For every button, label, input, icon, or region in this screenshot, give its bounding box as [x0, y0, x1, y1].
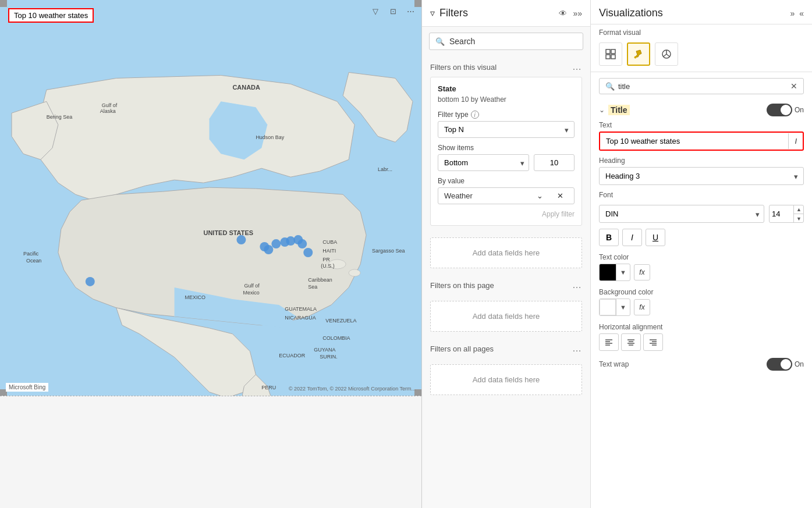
filters-title-row: ▿ Filters — [430, 7, 468, 19]
filters-on-page-section: Filters on this page … — [422, 274, 590, 301]
text-color-picker-row: ▼ fx — [599, 264, 804, 281]
svg-text:Alaska: Alaska — [100, 108, 116, 114]
bg-color-dropdown-icon[interactable]: ▼ — [616, 299, 630, 315]
map-panel: Top 10 weather states ▽ ⊡ ⋯ — [0, 0, 422, 508]
show-items-direction-wrapper[interactable]: Bottom Top — [438, 154, 529, 171]
bold-button[interactable]: B — [599, 229, 619, 246]
viz-panel: Visualizations » « Format visual 🔍 ✕ — [591, 0, 812, 508]
state-filter-card: State bottom 10 by Weather Filter type i… — [430, 77, 582, 226]
filters-on-visual-more[interactable]: … — [572, 62, 582, 72]
h-align-row: Horizontal alignment — [599, 323, 804, 351]
viz-align-btns — [599, 333, 804, 351]
text-color-fx-btn[interactable]: fx — [634, 264, 650, 280]
filters-panel: ▿ Filters 👁 »» 🔍 Filters on this visual … — [422, 0, 591, 508]
viz-font-select-wrapper[interactable]: DIN Arial Segoe UI — [599, 205, 764, 223]
by-value-field: Weather — [438, 188, 531, 204]
viz-search-row[interactable]: 🔍 ✕ — [599, 78, 804, 94]
viz-section-title-row: ⌄ Title — [599, 105, 630, 115]
by-value-wrapper[interactable]: Weather ⌄ ✕ — [438, 187, 575, 204]
viz-section-header: ⌄ Title On — [599, 104, 804, 116]
align-center-btn[interactable] — [621, 333, 641, 351]
viz-format-tab-label: Format visual — [599, 29, 641, 37]
svg-text:Bering Sea: Bering Sea — [47, 114, 72, 120]
viz-heading-select-wrapper[interactable]: Heading 3 Heading 1 Heading 2 Heading 4 — [599, 167, 804, 185]
svg-point-10 — [264, 245, 273, 254]
text-wrap-label: Text wrap — [599, 360, 629, 368]
bg-color-row: Background color ▼ fx — [599, 288, 804, 316]
viz-search-input[interactable] — [618, 82, 787, 91]
viz-collapse-icon[interactable]: « — [799, 9, 804, 18]
apply-filter-btn[interactable]: Apply filter — [438, 210, 575, 218]
viz-text-label: Text — [599, 121, 804, 129]
viz-text-input-row[interactable]: I — [599, 132, 804, 151]
viz-section-chevron-icon[interactable]: ⌄ — [599, 106, 605, 114]
svg-text:Hudson Bay: Hudson Bay — [256, 134, 284, 140]
underline-button[interactable]: U — [646, 229, 665, 246]
more-options-icon[interactable]: ⋯ — [404, 5, 417, 17]
viz-font-select[interactable]: DIN Arial Segoe UI — [599, 205, 764, 223]
by-value-chevron-icon[interactable]: ⌄ — [531, 188, 549, 204]
viz-font-label: Font — [599, 191, 804, 199]
italic-button[interactable]: I — [622, 229, 642, 246]
bg-color-fx-btn[interactable]: fx — [634, 299, 650, 315]
eye-icon[interactable]: 👁 — [559, 9, 567, 18]
by-value-clear-icon[interactable]: ✕ — [551, 188, 569, 204]
font-size-up-icon[interactable]: ▲ — [794, 205, 804, 214]
add-fields-visual[interactable]: Add data fields here — [430, 237, 582, 268]
font-size-down-icon[interactable]: ▼ — [794, 214, 804, 223]
viz-heading-label: Heading — [599, 157, 804, 165]
show-items-count-input[interactable] — [534, 154, 575, 171]
svg-point-12 — [86, 277, 95, 286]
filter-type-select-wrapper[interactable]: Top N — [438, 121, 575, 138]
filter-search-box[interactable]: 🔍 — [429, 33, 583, 50]
svg-text:SURIN.: SURIN. — [320, 354, 337, 360]
svg-point-47 — [634, 56, 637, 59]
viz-font-size-wrapper[interactable]: ▲ ▼ — [769, 205, 804, 223]
align-right-btn[interactable] — [643, 333, 663, 351]
expand-icon[interactable]: ⊡ — [387, 5, 399, 17]
svg-rect-46 — [611, 55, 615, 59]
text-color-swatch-wrapper[interactable]: ▼ — [599, 264, 630, 281]
filters-on-all-header: Filters on all pages … — [430, 343, 582, 354]
viz-search-clear-icon[interactable]: ✕ — [790, 81, 797, 91]
viz-grid-btn[interactable] — [599, 42, 622, 66]
viz-heading-select[interactable]: Heading 3 Heading 1 Heading 2 Heading 4 — [599, 167, 804, 185]
show-items-direction-select[interactable]: Bottom Top — [438, 154, 529, 171]
svg-text:MEXICO: MEXICO — [185, 294, 205, 300]
text-color-dropdown-icon[interactable]: ▼ — [616, 264, 630, 280]
filter-icon[interactable]: ▽ — [369, 5, 382, 17]
resize-handle-tl[interactable] — [0, 0, 7, 7]
expand-filters-icon[interactable]: »» — [573, 9, 582, 18]
add-fields-page[interactable]: Add data fields here — [430, 301, 582, 332]
svg-point-11 — [303, 248, 313, 257]
bing-logo: Microsoft Bing — [6, 383, 48, 392]
viz-expand-icon[interactable]: » — [790, 9, 795, 18]
viz-chart-btn[interactable] — [655, 42, 678, 66]
text-color-swatch[interactable] — [600, 264, 616, 280]
viz-text-field-row: Text I — [599, 121, 804, 151]
viz-font-size-stepper[interactable]: ▲ ▼ — [793, 205, 804, 223]
filter-type-select[interactable]: Top N — [438, 121, 575, 138]
filter-type-label: Filter type i — [438, 111, 575, 119]
filters-on-all-more[interactable]: … — [572, 343, 582, 354]
filters-on-page-more[interactable]: … — [572, 280, 582, 290]
viz-header-icons: » « — [790, 9, 804, 18]
filter-search-input[interactable] — [449, 37, 577, 46]
filters-header-icons: 👁 »» — [559, 9, 582, 18]
svg-text:PR: PR — [322, 257, 330, 262]
map-copyright: © 2022 TomTom, © 2022 Microsoft Corporat… — [289, 386, 416, 392]
svg-rect-43 — [606, 49, 610, 54]
viz-paint-btn[interactable] — [627, 42, 650, 66]
viz-toggle-wrapper: On — [767, 104, 804, 116]
align-left-btn[interactable] — [599, 333, 619, 351]
add-fields-all[interactable]: Add data fields here — [430, 364, 582, 395]
bg-color-swatch[interactable] — [600, 299, 616, 315]
by-value-label: By value — [438, 177, 575, 185]
viz-icon-row — [591, 37, 812, 72]
viz-text-input[interactable] — [600, 133, 788, 150]
viz-text-fx-btn[interactable]: I — [788, 133, 803, 149]
filter-type-row: Filter type i Top N — [438, 111, 575, 138]
viz-title-toggle[interactable] — [767, 104, 792, 116]
text-wrap-toggle[interactable] — [767, 358, 792, 371]
bg-color-swatch-wrapper[interactable]: ▼ — [599, 299, 630, 316]
